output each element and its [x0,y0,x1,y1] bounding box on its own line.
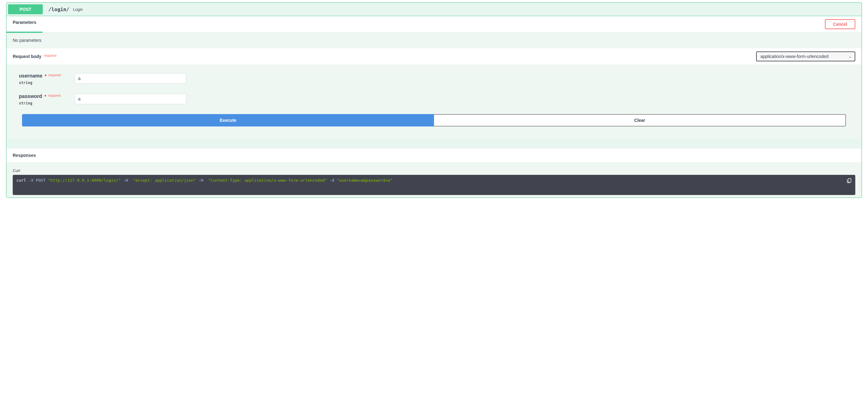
action-button-group: Execute Clear [22,114,846,126]
responses-title: Responses [6,148,862,162]
password-input[interactable] [75,94,186,104]
curl-url: "http://127.0.0.1:8000/login/" [48,178,121,183]
param-required-label: required [48,94,60,97]
param-type: string [19,101,75,105]
request-body-required-label: required [44,54,56,57]
curl-method-flag: -X POST [29,178,45,183]
operation-summary[interactable]: POST /login/ Login [6,3,862,16]
curl-accept-header: "accept: application/json" [133,178,196,183]
param-row-password: password * required string [19,94,849,105]
param-name: password [19,94,42,99]
request-body-form: username * required string password * re… [6,64,862,139]
no-parameters-message: No parameters [6,32,862,49]
operation-block: POST /login/ Login Parameters Cancel No … [6,2,862,198]
execute-button[interactable]: Execute [22,114,434,126]
curl-label: Curl [13,168,855,173]
svg-rect-0 [848,179,851,182]
param-required-label: required [49,73,61,77]
curl-ct-header: "Content-Type: application/x-www-form-ur… [208,178,327,183]
required-star-icon: * [44,73,46,79]
clear-button[interactable]: Clear [434,114,846,126]
tab-bar: Parameters [13,20,36,29]
parameters-header: Parameters Cancel [6,16,862,32]
param-row-username: username * required string [19,73,849,85]
content-type-select[interactable]: application/x-www-form-urlencoded [756,52,855,61]
tab-parameters[interactable]: Parameters [13,20,36,29]
request-body-title: Request body [13,54,41,59]
curl-cmd: curl [17,178,26,183]
curl-data: "username=a&password=a" [337,178,393,183]
clipboard-icon [846,178,852,183]
request-body-header: Request body required application/x-www-… [6,49,862,64]
param-name: username [19,73,42,79]
curl-h-flag: -H [198,178,204,183]
curl-d-flag: -d [330,178,335,183]
curl-section: Curl curl -X POST "http://127.0.0.1:8000… [6,162,862,197]
content-type-select-wrap: application/x-www-form-urlencoded ⌄ [756,52,855,61]
endpoint-summary: Login [73,7,83,12]
cancel-button[interactable]: Cancel [825,19,855,29]
param-type: string [19,81,75,85]
curl-code-block: curl -X POST "http://127.0.0.1:8000/logi… [13,175,855,195]
http-method-badge: POST [8,4,43,14]
required-star-icon: * [44,94,46,99]
curl-h-flag: -H [123,178,128,183]
username-input[interactable] [75,73,186,84]
endpoint-path: /login/ [46,6,72,12]
copy-button[interactable] [845,177,853,184]
